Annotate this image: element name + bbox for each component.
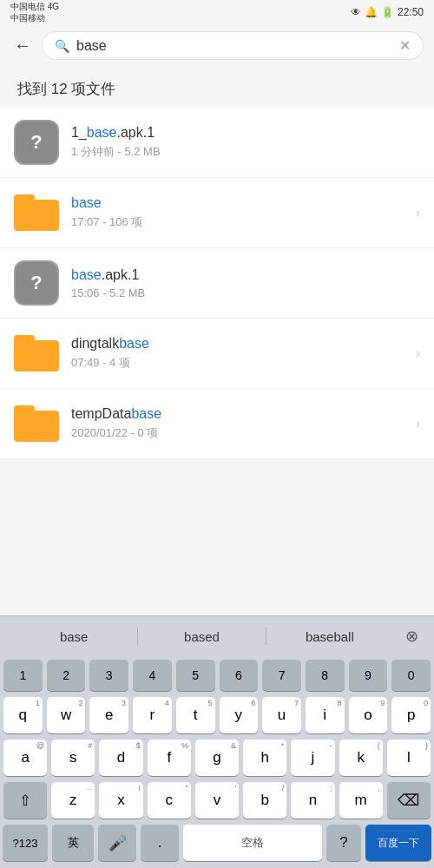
num-switch-button[interactable]: ?123 — [3, 825, 48, 861]
key-a[interactable]: @ a — [3, 740, 47, 776]
name-highlight: base — [71, 267, 102, 282]
key-7[interactable]: 7 — [262, 660, 301, 691]
search-query: base — [76, 38, 392, 54]
key-s-label: s — [69, 749, 77, 766]
key-o[interactable]: 9 o — [349, 697, 388, 733]
shift-icon: ⇧ — [19, 792, 31, 810]
key-8[interactable]: 8 — [306, 660, 345, 691]
clear-button[interactable]: ✕ — [399, 37, 411, 54]
carrier1: 中国电信 4G — [10, 1, 59, 12]
delete-word-button[interactable]: ⊗ — [400, 623, 424, 649]
name-suffix: .apk.1 — [102, 267, 140, 282]
key-x[interactable]: ! x — [99, 782, 142, 819]
name-prefix: dingtalk — [71, 336, 119, 351]
key-y[interactable]: 6 y — [220, 697, 259, 733]
suggestion-base[interactable]: base — [10, 626, 137, 648]
list-item[interactable]: ? 1_base.apk.1 1 分钟前 - 5.2 MB — [0, 108, 434, 178]
key-a-super: @ — [36, 741, 44, 750]
key-v[interactable]: ' v — [195, 782, 239, 819]
key-t-super: 5 — [207, 699, 212, 707]
key-m-label: m — [355, 792, 367, 809]
suggestions-bar: base based baseball ⊗ — [0, 615, 434, 656]
key-1[interactable]: 1 — [3, 660, 43, 691]
enter-label: 百度一下 — [378, 836, 419, 851]
key-v-label: v — [214, 792, 221, 809]
file-name: 1_base.apk.1 — [71, 125, 420, 141]
list-item[interactable]: tempDatabase 2020/01/22 - 0 项 › — [0, 389, 434, 459]
key-j[interactable]: - j — [291, 740, 334, 776]
file-info: tempDatabase 2020/01/22 - 0 项 — [71, 406, 409, 441]
enter-button[interactable]: 百度一下 — [365, 825, 431, 861]
key-m[interactable]: , m — [339, 782, 383, 819]
shift-button[interactable]: ⇧ — [3, 782, 47, 819]
number-row: 1 2 3 4 5 6 7 8 9 0 — [0, 656, 434, 693]
key-w-super: 2 — [78, 699, 82, 707]
period-button[interactable]: . — [141, 825, 179, 861]
list-item[interactable]: ? base.apk.1 15:06 - 5.2 MB — [0, 248, 434, 319]
key-p-label: p — [407, 707, 415, 724]
list-item[interactable]: dingtalkbase 07:49 - 4 项 › — [0, 319, 434, 389]
delete-button[interactable]: ⌫ — [387, 782, 431, 819]
file-name: tempDatabase — [71, 406, 409, 422]
key-z[interactable]: ... z — [51, 782, 95, 819]
key-k[interactable]: ( k — [339, 740, 383, 776]
key-c-label: c — [166, 792, 174, 809]
key-h-label: h — [260, 749, 268, 766]
key-t[interactable]: 5 t — [176, 697, 215, 733]
key-p[interactable]: 0 p — [391, 697, 431, 733]
folder-shape — [14, 194, 59, 231]
key-w[interactable]: 2 w — [47, 697, 86, 733]
key-q[interactable]: 1 q — [3, 697, 43, 733]
name-prefix: 1_ — [71, 125, 87, 140]
key-r[interactable]: 4 r — [133, 697, 172, 733]
key-e-label: e — [105, 707, 113, 724]
key-b-label: b — [260, 792, 268, 809]
file-meta: 2020/01/22 - 0 项 — [71, 425, 409, 441]
search-input-container[interactable]: 🔍 base ✕ — [42, 31, 424, 60]
name-suffix: .apk.1 — [117, 125, 155, 140]
key-u[interactable]: 7 u — [262, 697, 301, 733]
key-3[interactable]: 3 — [89, 660, 128, 691]
back-button[interactable]: ← — [10, 32, 35, 59]
language-label: 英 — [68, 835, 79, 851]
suggestion-based[interactable]: based — [138, 626, 265, 648]
key-s[interactable]: # s — [51, 740, 95, 776]
key-q-label: q — [19, 707, 27, 724]
key-m-super: , — [378, 784, 380, 792]
key-f-super: % — [181, 741, 188, 750]
microphone-button[interactable]: 🎤 — [98, 825, 136, 861]
key-2[interactable]: 2 — [47, 660, 86, 691]
key-4[interactable]: 4 — [133, 660, 172, 691]
key-d[interactable]: $ d — [99, 740, 142, 776]
file-meta: 1 分钟前 - 5.2 MB — [71, 144, 420, 160]
key-j-super: - — [330, 741, 332, 750]
question-button[interactable]: ? — [326, 825, 361, 861]
file-meta: 07:49 - 4 项 — [71, 355, 409, 371]
key-g[interactable]: & g — [195, 740, 239, 776]
key-c[interactable]: " c — [148, 782, 191, 819]
suggestion-baseball[interactable]: baseball — [266, 626, 393, 648]
key-l-super: ) — [425, 741, 428, 750]
list-item[interactable]: base 17:07 - 106 项 › — [0, 178, 434, 248]
key-0[interactable]: 0 — [391, 660, 431, 691]
name-highlight: base — [71, 195, 102, 210]
key-f[interactable]: % f — [148, 740, 191, 776]
chevron-right-icon: › — [416, 205, 420, 220]
key-i-super: 8 — [338, 699, 342, 707]
space-button[interactable]: 空格 — [183, 825, 322, 861]
key-b[interactable]: / b — [243, 782, 286, 819]
key-n[interactable]: ; n — [291, 782, 334, 819]
key-e[interactable]: 3 e — [89, 697, 128, 733]
key-h[interactable]: * h — [243, 740, 286, 776]
key-d-super: $ — [136, 741, 141, 750]
key-5[interactable]: 5 — [176, 660, 215, 691]
key-l[interactable]: ) l — [387, 740, 431, 776]
delete-icon: ⌫ — [398, 791, 419, 810]
key-i[interactable]: 8 i — [306, 697, 345, 733]
search-bar: ← 🔍 base ✕ — [0, 24, 434, 67]
key-9[interactable]: 9 — [349, 660, 388, 691]
key-o-super: 9 — [380, 699, 385, 707]
space-label: 空格 — [241, 835, 264, 851]
key-6[interactable]: 6 — [220, 660, 259, 691]
language-button[interactable]: 英 — [52, 825, 94, 861]
